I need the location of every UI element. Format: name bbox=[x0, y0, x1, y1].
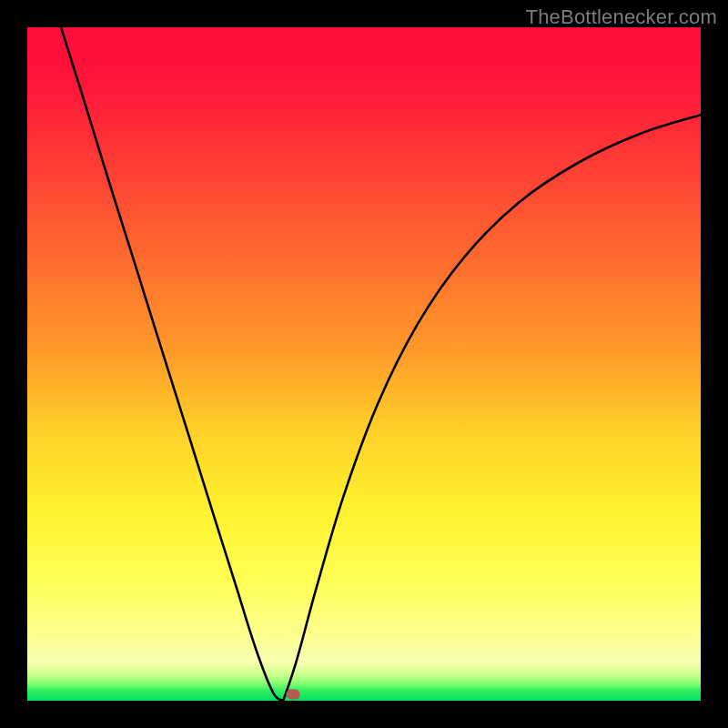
attribution-text: TheBottlenecker.com bbox=[526, 5, 717, 29]
chart-frame: TheBottlenecker.com bbox=[0, 0, 728, 728]
plot-area bbox=[27, 27, 701, 701]
optimal-point-marker bbox=[287, 689, 300, 699]
curve-left-branch bbox=[61, 27, 283, 701]
bottleneck-curve bbox=[27, 27, 701, 701]
curve-right-branch bbox=[283, 115, 701, 701]
